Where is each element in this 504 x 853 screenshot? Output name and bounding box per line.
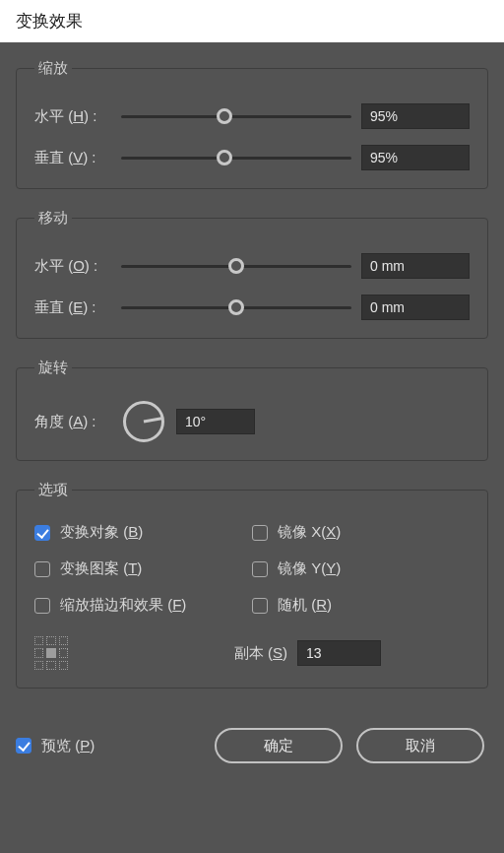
checkbox-icon [252, 598, 268, 614]
move-vertical-slider[interactable] [121, 297, 351, 317]
move-horizontal-slider[interactable] [121, 256, 351, 276]
move-horizontal-input[interactable]: 0 mm [361, 253, 470, 279]
slider-thumb[interactable] [228, 258, 244, 274]
rotate-angle-input[interactable]: 10° [176, 409, 255, 434]
dialog-content: 缩放 水平 (H) : 95% 垂直 (V) : 95% 移动 [0, 43, 504, 779]
preview-checkbox[interactable]: 预览 (P) [16, 737, 94, 755]
dialog-title: 变换效果 [16, 10, 83, 33]
scale-horizontal-slider[interactable] [121, 106, 351, 126]
move-vertical-row: 垂直 (E) : 0 mm [34, 295, 470, 320]
scale-vertical-row: 垂直 (V) : 95% [34, 145, 470, 170]
copies-input[interactable]: 13 [297, 640, 381, 666]
move-vertical-label: 垂直 (E) : [34, 298, 111, 317]
options-legend: 选项 [34, 481, 72, 499]
title-bar: 变换效果 [0, 0, 504, 43]
copies-row: 副本 (S) 13 [34, 636, 470, 670]
move-group: 移动 水平 (O) : 0 mm 垂直 (E) : 0 mm [16, 209, 488, 339]
rotate-legend: 旋转 [34, 359, 72, 377]
slider-thumb[interactable] [217, 150, 232, 165]
copies-label: 副本 (S) [234, 644, 287, 663]
checkbox-icon [34, 561, 50, 577]
move-legend: 移动 [34, 209, 72, 228]
scale-vertical-label: 垂直 (V) : [34, 149, 111, 167]
scale-horizontal-row: 水平 (H) : 95% [34, 103, 470, 129]
options-grid: 变换对象 (B) 镜像 X(X) 变换图案 (T) 镜像 Y(Y) 缩放描边和效… [34, 523, 470, 615]
slider-thumb[interactable] [228, 299, 244, 315]
move-vertical-input[interactable]: 0 mm [361, 295, 470, 320]
random-checkbox[interactable]: 随机 (R) [252, 596, 470, 615]
rotate-angle-label: 角度 (A) : [34, 413, 111, 431]
angle-dial[interactable] [123, 401, 164, 442]
move-horizontal-row: 水平 (O) : 0 mm [34, 253, 470, 279]
scale-vertical-slider[interactable] [121, 148, 351, 167]
scale-group: 缩放 水平 (H) : 95% 垂直 (V) : 95% [16, 59, 488, 189]
checkbox-icon [34, 598, 50, 614]
checkbox-icon [252, 561, 268, 577]
scale-strokes-checkbox[interactable]: 缩放描边和效果 (F) [34, 596, 252, 615]
transform-objects-checkbox[interactable]: 变换对象 (B) [34, 523, 252, 542]
move-horizontal-label: 水平 (O) : [34, 257, 111, 276]
cancel-button[interactable]: 取消 [356, 728, 484, 763]
checkbox-icon [34, 525, 50, 541]
scale-legend: 缩放 [34, 59, 72, 78]
dialog-footer: 预览 (P) 确定 取消 [16, 728, 488, 763]
options-group: 选项 变换对象 (B) 镜像 X(X) 变换图案 (T) 镜像 Y(Y) 缩放描… [16, 481, 488, 689]
checkbox-icon [16, 738, 32, 754]
checkbox-icon [252, 525, 268, 541]
scale-horizontal-input[interactable]: 95% [361, 103, 470, 129]
rotate-angle-row: 角度 (A) : 10° [34, 401, 470, 442]
anchor-point-widget[interactable] [34, 636, 68, 670]
rotate-group: 旋转 角度 (A) : 10° [16, 359, 488, 461]
slider-thumb[interactable] [217, 108, 232, 124]
reflect-y-checkbox[interactable]: 镜像 Y(Y) [252, 559, 470, 578]
reflect-x-checkbox[interactable]: 镜像 X(X) [252, 523, 470, 542]
scale-vertical-input[interactable]: 95% [361, 145, 470, 170]
transform-patterns-checkbox[interactable]: 变换图案 (T) [34, 559, 252, 578]
ok-button[interactable]: 确定 [215, 728, 343, 763]
scale-horizontal-label: 水平 (H) : [34, 107, 111, 126]
